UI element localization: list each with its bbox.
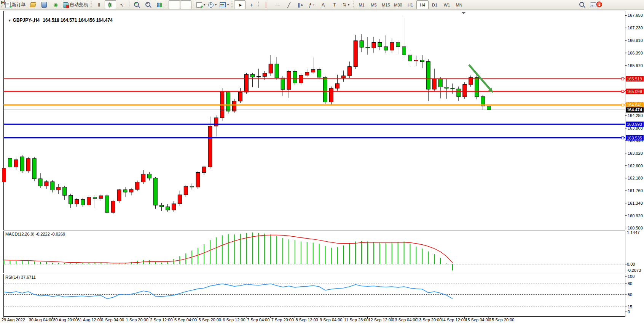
- rsi-axis-label: 100: [628, 274, 634, 279]
- zoom-in-button[interactable]: +: [131, 0, 142, 9]
- candle: [311, 70, 315, 72]
- time-axis-label: 14 Sep 12:00: [441, 318, 466, 322]
- candle: [414, 60, 418, 61]
- trendline-button[interactable]: ╱: [283, 0, 295, 9]
- chevron-down-icon: ▾: [204, 3, 205, 6]
- candle: [117, 190, 121, 201]
- candle: [426, 61, 430, 89]
- time-axis-label: 12 Sep 12:00: [368, 318, 393, 322]
- arrows-tool-button[interactable]: ⇅ ▾: [340, 0, 352, 9]
- autotrading-icon: [63, 2, 69, 8]
- toolbar-separator: [193, 2, 193, 8]
- main-toolbar: 新订单 ◉ 自动交易 ⫴ ∿ + − ▾ ▾ ▾ ▲ +: [0, 0, 644, 10]
- candle: [354, 41, 357, 67]
- price-axis-label: 162.180: [628, 176, 643, 180]
- tab-timeframe-h1[interactable]: H1: [404, 0, 416, 9]
- candle: [226, 92, 230, 111]
- candle: [154, 178, 158, 205]
- chart-ohlc-values: 164.518 164.571 164.456 164.474: [43, 18, 113, 23]
- autotrading-button[interactable]: 自动交易: [61, 0, 89, 9]
- candle: [32, 159, 36, 179]
- market-watch-button[interactable]: [38, 0, 50, 9]
- chart-shift-button[interactable]: [180, 0, 191, 9]
- line-drag-handle[interactable]: [622, 90, 624, 93]
- candle: [402, 47, 406, 55]
- time-axis-label: 7 Sep 20:00: [271, 318, 294, 322]
- price-chart: 167.650167.230166.810166.390165.970165.5…: [0, 0, 644, 324]
- price-axis-label: 167.230: [628, 26, 643, 30]
- crosshair-icon: +: [250, 3, 253, 7]
- candlestick-button[interactable]: [105, 0, 116, 9]
- candle: [190, 186, 194, 187]
- tab-timeframe-mn[interactable]: MN: [453, 0, 465, 9]
- price-axis-label: 161.340: [628, 201, 643, 205]
- candle: [293, 71, 297, 83]
- channel-button[interactable]: ∥ E: [295, 0, 306, 9]
- price-line-label: 165.519: [627, 77, 642, 81]
- candle: [105, 196, 109, 212]
- new-order-icon: [5, 2, 11, 8]
- candle: [93, 197, 97, 199]
- time-axis-label: 11 Sep 23:00: [344, 318, 369, 322]
- time-axis-label: 2 Sep 12:00: [150, 318, 172, 322]
- candle: [281, 78, 285, 89]
- candle: [269, 64, 273, 73]
- candle: [487, 106, 491, 110]
- rsi-pane: [4, 274, 625, 317]
- notifications-button[interactable]: 1: [588, 0, 599, 9]
- tile-windows-button[interactable]: [154, 0, 165, 9]
- price-axis-label: 160.920: [628, 213, 643, 218]
- candle: [360, 41, 363, 47]
- cursor-button[interactable]: ▲: [234, 0, 245, 9]
- time-axis-label: 5 Sep 20:00: [199, 318, 221, 322]
- line-drag-handle[interactable]: [622, 104, 624, 106]
- time-axis-label: 13 Sep 04:00: [392, 318, 417, 322]
- indicators-button[interactable]: ▾: [195, 0, 207, 9]
- vertical-line-button[interactable]: │: [260, 0, 272, 9]
- text-label-icon: T: [333, 3, 336, 7]
- periods-button[interactable]: ▾: [207, 0, 218, 9]
- bar-chart-button[interactable]: ⫴: [93, 0, 105, 9]
- text-tool-button[interactable]: A: [317, 0, 329, 9]
- auto-scroll-button[interactable]: [169, 0, 180, 9]
- tab-timeframe-m5[interactable]: M5: [368, 0, 380, 9]
- templates-button[interactable]: ▾: [218, 0, 230, 9]
- tab-timeframe-m30[interactable]: M30: [392, 0, 404, 9]
- candle: [2, 168, 6, 182]
- text-tool-icon: A: [322, 3, 325, 7]
- horizontal-line-button[interactable]: —: [272, 0, 283, 9]
- tab-timeframe-m1[interactable]: M1: [355, 0, 368, 9]
- candle: [233, 101, 236, 111]
- line-chart-button[interactable]: ∿: [116, 0, 128, 9]
- candle: [111, 201, 115, 212]
- chart-dropdown-icon[interactable]: ▼: [8, 19, 11, 22]
- line-drag-handle[interactable]: [622, 78, 624, 80]
- line-drag-handle[interactable]: [622, 137, 624, 139]
- candle: [372, 43, 376, 48]
- search-button[interactable]: [576, 0, 588, 9]
- fibonacci-icon: ƒ: [309, 3, 312, 7]
- candle: [245, 74, 249, 92]
- tab-timeframe-d1[interactable]: D1: [429, 0, 441, 9]
- candle: [317, 70, 321, 77]
- zoom-out-button[interactable]: −: [142, 0, 154, 9]
- bar-chart-icon: ⫴: [98, 3, 100, 7]
- tab-timeframe-h4[interactable]: H4: [416, 0, 429, 9]
- new-order-button[interactable]: 新订单: [4, 0, 27, 9]
- fibonacci-button[interactable]: ƒ F: [306, 0, 317, 9]
- tab-timeframe-w1[interactable]: W1: [441, 0, 453, 9]
- candle: [335, 83, 339, 88]
- candle: [275, 64, 279, 78]
- profiles-button[interactable]: [27, 0, 38, 9]
- tab-timeframe-m15[interactable]: M15: [380, 0, 392, 9]
- text-label-button[interactable]: T: [329, 0, 340, 9]
- candle: [396, 42, 400, 47]
- candle: [129, 189, 133, 192]
- crosshair-button[interactable]: +: [245, 0, 257, 9]
- time-axis-label: 8 Sep 12:00: [295, 318, 318, 322]
- candle: [123, 190, 127, 192]
- candle: [75, 200, 79, 204]
- signals-button[interactable]: ◉: [50, 0, 61, 9]
- autotrading-label: 自动交易: [70, 2, 88, 8]
- candle: [366, 47, 370, 48]
